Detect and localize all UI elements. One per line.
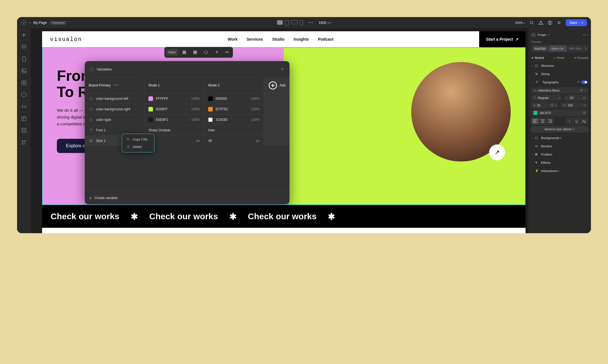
svg-point-47 — [533, 34, 533, 34]
class-chip-active[interactable]: dpamc1or — [549, 46, 566, 51]
start-project-button[interactable]: Start a Project↗ — [479, 31, 526, 47]
publish-status-badge: Published — [49, 21, 67, 25]
nav-item[interactable]: Podcast — [318, 37, 333, 42]
variable-row[interactable]: color-background-left FFFFFF100% 0000001… — [85, 93, 289, 104]
classes-input[interactable]: dpgq3gly dpamc1or Add class ⇅ — [531, 45, 588, 52]
align-center-icon[interactable] — [539, 118, 546, 124]
typography-toggle[interactable] — [581, 80, 588, 84]
add-mode-button[interactable]: Add — [264, 78, 289, 93]
layers-icon[interactable] — [21, 44, 27, 50]
play-icon[interactable] — [557, 20, 562, 25]
section-borders[interactable]: ›▭Borders — [531, 142, 588, 150]
dropdown-chevron[interactable]: ▾ — [29, 21, 30, 24]
canvas-width[interactable]: 1600px — [319, 21, 331, 25]
add-class-placeholder[interactable]: Add class — [567, 46, 583, 51]
underline-icon[interactable]: U — [573, 118, 580, 124]
pages-icon[interactable] — [21, 56, 27, 62]
section-position[interactable]: ›⊞Position — [531, 150, 588, 158]
marquee: Check our works ✱ Check our works ✱ Chec… — [42, 205, 526, 228]
create-variable-button[interactable]: +Create variable — [85, 191, 289, 204]
svg-rect-26 — [194, 51, 195, 52]
letter-spacing-input[interactable]: |A|100% — [561, 102, 588, 108]
text-color-input[interactable]: 1BC47D⦿ — [531, 109, 588, 116]
device-tablet-icon[interactable] — [285, 20, 289, 25]
database-icon[interactable] — [21, 127, 27, 134]
state-hover[interactable]: ▭Hover — [553, 56, 564, 59]
section-sizing[interactable]: ›⇲Sizing — [531, 70, 588, 78]
search-icon[interactable] — [529, 20, 534, 25]
device-phone-icon[interactable] — [300, 20, 303, 25]
section-typography[interactable]: ⌄TTypography ↺ — [531, 78, 588, 86]
font-family-input[interactable]: AaHelvetica Neue⦿▾ — [531, 87, 588, 94]
app-logo[interactable]: d — [21, 20, 26, 25]
hexagon-icon[interactable] — [201, 49, 210, 56]
grid-icon[interactable] — [191, 49, 200, 56]
svg-point-20 — [22, 143, 23, 144]
state-neutral[interactable]: ✦Neutral — [531, 56, 544, 59]
group-name-header[interactable]: Brand-Primary ••• — [85, 78, 144, 93]
sort-icon[interactable]: ⇅ — [585, 47, 587, 50]
advance-type-button[interactable]: Advance type options ⇅ — [531, 126, 588, 133]
accessibility-icon[interactable] — [547, 20, 553, 25]
save-button[interactable]: Save▾ — [566, 19, 587, 26]
variable-row[interactable]: color-type E6E9F2100% 32303D100% — [85, 114, 289, 125]
element-more-icon[interactable]: ••• — [583, 33, 588, 36]
variable-row[interactable]: color-background-right 0038FF100% B7FF5C… — [85, 104, 289, 114]
font-size-input[interactable]: ⤢20px — [564, 95, 588, 101]
page-name: My Page — [33, 21, 47, 25]
section-effects[interactable]: ›✦Effects — [531, 158, 588, 167]
site-nav: Work Services Studio Insights Podcast — [82, 37, 479, 42]
nav-item[interactable]: Insights — [293, 37, 309, 42]
variables-modal: Variables × Brand-Primary ••• Mode 1 Mod… — [85, 61, 289, 204]
warning-icon[interactable] — [538, 20, 543, 25]
more-icon[interactable]: ••• — [223, 49, 231, 56]
font-weight-input[interactable]: TтRegular▾ — [531, 95, 562, 101]
nav-item[interactable]: Services — [247, 37, 263, 42]
design-icon[interactable] — [21, 80, 27, 86]
align-left-icon[interactable] — [532, 118, 539, 124]
selection-label[interactable]: Hero — [166, 49, 178, 56]
delete-item[interactable]: Delete — [124, 143, 152, 150]
group-more-icon[interactable]: ••• — [113, 83, 119, 87]
code-icon[interactable] — [21, 104, 27, 110]
state-focused[interactable]: ✦Focused — [574, 56, 588, 59]
variables-icon[interactable] — [21, 92, 27, 98]
section-structure[interactable]: ›▢Structure — [531, 61, 588, 70]
text-transform-icon[interactable]: Ag — [581, 118, 588, 124]
mode2-header[interactable]: Mode 2 — [204, 78, 264, 93]
svg-marker-13 — [22, 92, 26, 97]
line-height-input[interactable]: A̲20⦿▾ — [531, 102, 559, 108]
copy-css-item[interactable]: Copy CSS — [124, 136, 152, 143]
context-menu: Copy CSS Delete — [122, 134, 154, 152]
site-logo: visualon — [50, 36, 82, 43]
sparkle-icon[interactable] — [212, 49, 221, 56]
zoom-level[interactable]: 100% ▾ — [515, 21, 525, 24]
nav-item[interactable]: Studio — [272, 37, 285, 42]
class-chip[interactable]: dpgq3gly — [532, 46, 548, 51]
components-icon[interactable] — [21, 139, 27, 146]
image-icon[interactable] — [21, 68, 27, 74]
more-breakpoints-icon[interactable]: ••• — [308, 21, 314, 25]
copy-icon — [127, 138, 130, 141]
close-icon[interactable]: × — [280, 65, 285, 73]
text-align-group — [531, 117, 554, 125]
align-right-icon[interactable] — [547, 118, 553, 124]
device-desktop-icon[interactable] — [277, 20, 283, 25]
columns-icon[interactable] — [180, 49, 189, 56]
section-interactions[interactable]: ›⚡Interactions • — [531, 167, 588, 175]
nav-item[interactable]: Work — [228, 37, 238, 42]
variable-row-active[interactable]: Size 1••• 40px 40px — [85, 135, 289, 146]
svg-line-1 — [532, 23, 533, 24]
reset-icon[interactable]: ↺ — [577, 80, 580, 84]
variable-row[interactable]: Font 1 Sharp Grotesk Inter — [85, 125, 289, 135]
template-icon[interactable] — [21, 115, 27, 122]
svg-rect-29 — [195, 53, 197, 54]
mode1-header[interactable]: Mode 1 — [144, 78, 204, 93]
circle-arrow-button[interactable]: ↗ — [489, 144, 505, 160]
section-backgrounds[interactable]: ›▢Backgrounds • — [531, 134, 588, 142]
add-icon[interactable] — [21, 32, 27, 38]
italic-icon[interactable]: I — [566, 118, 573, 124]
star-icon: ✱ — [131, 212, 138, 222]
svg-point-17 — [22, 128, 26, 130]
device-laptop-icon[interactable] — [291, 20, 297, 24]
